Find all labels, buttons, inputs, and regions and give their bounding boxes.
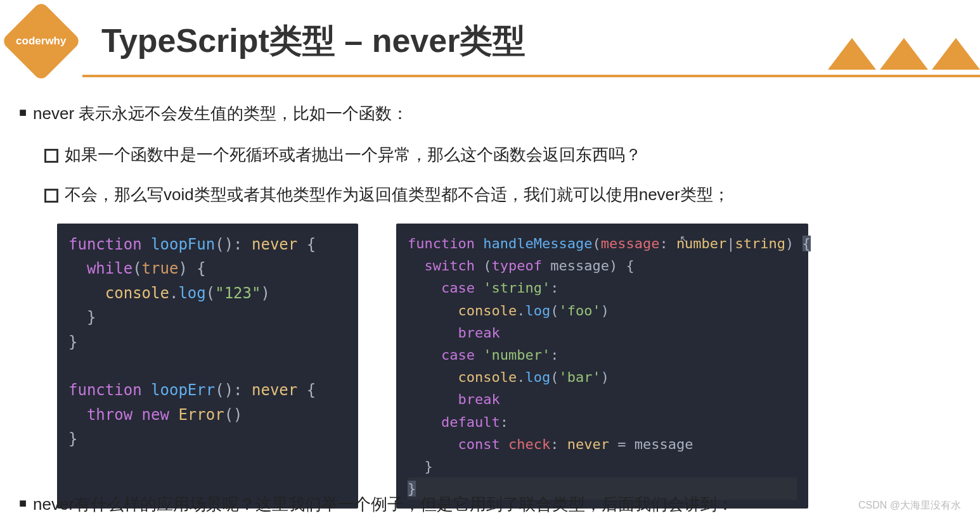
- slide-title: TypeScript类型 – never类型: [101, 19, 525, 63]
- mouse-cursor-icon: ↖: [680, 233, 688, 245]
- bullet-text: 不会，那么写void类型或者其他类型作为返回值类型都不合适，我们就可以使用nev…: [65, 184, 730, 206]
- bullet-text: never 表示永远不会发生值的类型，比如一个函数：: [33, 103, 408, 125]
- watermark-text: CSDN @大海里没有水: [858, 499, 961, 512]
- logo-badge: coderwhy: [1, 1, 81, 81]
- bullet-text: never有什么样的应用场景呢？这里我们举一个例子，但是它用到了联合类型，后面我…: [33, 493, 733, 516]
- slide-content: never 表示永远不会发生值的类型，比如一个函数： 如果一个函数中是一个死循环…: [0, 77, 980, 509]
- bullet-level-1-footer: never有什么样的应用场景呢？这里我们举一个例子，但是它用到了联合类型，后面我…: [19, 493, 733, 516]
- bullet-level-2: 如果一个函数中是一个死循环或者抛出一个异常，那么这个函数会返回东西吗？: [44, 144, 961, 166]
- bullet-level-2: 不会，那么写void类型或者其他类型作为返回值类型都不合适，我们就可以使用nev…: [44, 184, 961, 206]
- code-examples-row: function loopFun(): never { while(true) …: [57, 224, 961, 509]
- bullet-level-1: never 表示永远不会发生值的类型，比如一个函数：: [19, 103, 961, 125]
- logo-text: coderwhy: [16, 35, 66, 47]
- code-block-loop-functions: function loopFun(): never { while(true) …: [57, 224, 358, 509]
- triangle-icon: [932, 38, 980, 70]
- triangle-icon: [828, 38, 876, 70]
- bullet-text: 如果一个函数中是一个死循环或者抛出一个异常，那么这个函数会返回东西吗？: [65, 144, 642, 166]
- decorative-triangles: [828, 38, 980, 70]
- triangle-icon: [880, 38, 928, 70]
- code-block-handle-message: function handleMessage(message: number|s…: [396, 224, 808, 509]
